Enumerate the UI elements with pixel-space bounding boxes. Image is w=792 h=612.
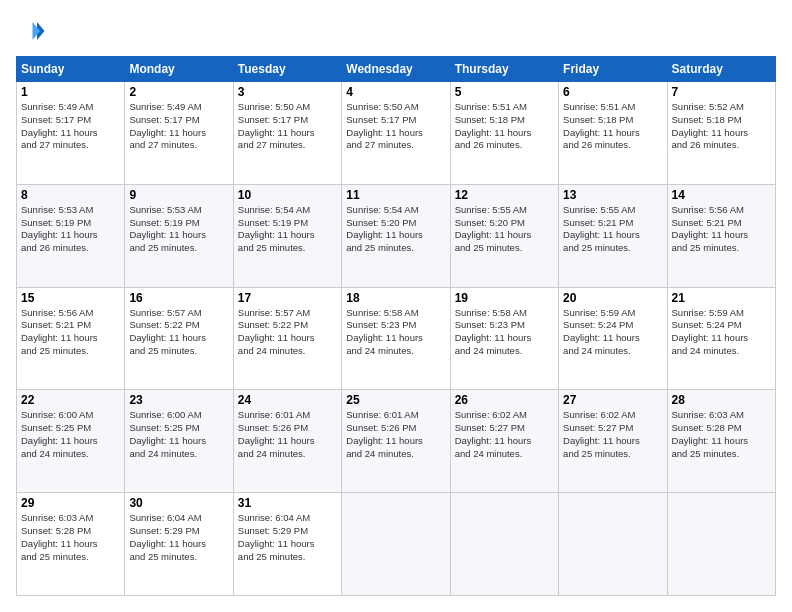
calendar-cell: 2Sunrise: 5:49 AM Sunset: 5:17 PM Daylig… (125, 82, 233, 185)
logo (16, 16, 50, 46)
calendar-cell: 29Sunrise: 6:03 AM Sunset: 5:28 PM Dayli… (17, 493, 125, 596)
day-number: 4 (346, 85, 445, 99)
calendar-cell: 3Sunrise: 5:50 AM Sunset: 5:17 PM Daylig… (233, 82, 341, 185)
calendar-cell (559, 493, 667, 596)
day-info: Sunrise: 5:58 AM Sunset: 5:23 PM Dayligh… (346, 307, 445, 358)
calendar-cell: 11Sunrise: 5:54 AM Sunset: 5:20 PM Dayli… (342, 184, 450, 287)
calendar-cell: 7Sunrise: 5:52 AM Sunset: 5:18 PM Daylig… (667, 82, 775, 185)
day-number: 13 (563, 188, 662, 202)
day-number: 14 (672, 188, 771, 202)
day-info: Sunrise: 5:51 AM Sunset: 5:18 PM Dayligh… (455, 101, 554, 152)
day-number: 11 (346, 188, 445, 202)
day-number: 15 (21, 291, 120, 305)
day-info: Sunrise: 5:53 AM Sunset: 5:19 PM Dayligh… (21, 204, 120, 255)
day-number: 7 (672, 85, 771, 99)
calendar-cell: 20Sunrise: 5:59 AM Sunset: 5:24 PM Dayli… (559, 287, 667, 390)
day-info: Sunrise: 5:58 AM Sunset: 5:23 PM Dayligh… (455, 307, 554, 358)
day-number: 6 (563, 85, 662, 99)
day-number: 25 (346, 393, 445, 407)
day-number: 18 (346, 291, 445, 305)
logo-icon (16, 16, 46, 46)
calendar-cell: 14Sunrise: 5:56 AM Sunset: 5:21 PM Dayli… (667, 184, 775, 287)
calendar-cell: 19Sunrise: 5:58 AM Sunset: 5:23 PM Dayli… (450, 287, 558, 390)
calendar-cell: 6Sunrise: 5:51 AM Sunset: 5:18 PM Daylig… (559, 82, 667, 185)
calendar-week-4: 22Sunrise: 6:00 AM Sunset: 5:25 PM Dayli… (17, 390, 776, 493)
calendar-cell: 8Sunrise: 5:53 AM Sunset: 5:19 PM Daylig… (17, 184, 125, 287)
col-header-tuesday: Tuesday (233, 57, 341, 82)
header (16, 16, 776, 46)
calendar-cell: 9Sunrise: 5:53 AM Sunset: 5:19 PM Daylig… (125, 184, 233, 287)
day-info: Sunrise: 5:50 AM Sunset: 5:17 PM Dayligh… (346, 101, 445, 152)
day-info: Sunrise: 6:00 AM Sunset: 5:25 PM Dayligh… (129, 409, 228, 460)
day-number: 1 (21, 85, 120, 99)
calendar-cell: 25Sunrise: 6:01 AM Sunset: 5:26 PM Dayli… (342, 390, 450, 493)
calendar-week-1: 1Sunrise: 5:49 AM Sunset: 5:17 PM Daylig… (17, 82, 776, 185)
day-info: Sunrise: 5:49 AM Sunset: 5:17 PM Dayligh… (21, 101, 120, 152)
day-info: Sunrise: 5:56 AM Sunset: 5:21 PM Dayligh… (672, 204, 771, 255)
calendar-cell: 23Sunrise: 6:00 AM Sunset: 5:25 PM Dayli… (125, 390, 233, 493)
col-header-saturday: Saturday (667, 57, 775, 82)
calendar-cell: 22Sunrise: 6:00 AM Sunset: 5:25 PM Dayli… (17, 390, 125, 493)
page: SundayMondayTuesdayWednesdayThursdayFrid… (0, 0, 792, 612)
day-number: 9 (129, 188, 228, 202)
day-info: Sunrise: 5:51 AM Sunset: 5:18 PM Dayligh… (563, 101, 662, 152)
day-info: Sunrise: 5:50 AM Sunset: 5:17 PM Dayligh… (238, 101, 337, 152)
day-info: Sunrise: 5:56 AM Sunset: 5:21 PM Dayligh… (21, 307, 120, 358)
calendar-cell: 4Sunrise: 5:50 AM Sunset: 5:17 PM Daylig… (342, 82, 450, 185)
day-number: 5 (455, 85, 554, 99)
day-info: Sunrise: 5:53 AM Sunset: 5:19 PM Dayligh… (129, 204, 228, 255)
calendar-week-2: 8Sunrise: 5:53 AM Sunset: 5:19 PM Daylig… (17, 184, 776, 287)
calendar-cell: 26Sunrise: 6:02 AM Sunset: 5:27 PM Dayli… (450, 390, 558, 493)
day-number: 27 (563, 393, 662, 407)
day-number: 29 (21, 496, 120, 510)
day-info: Sunrise: 5:54 AM Sunset: 5:19 PM Dayligh… (238, 204, 337, 255)
calendar-cell: 16Sunrise: 5:57 AM Sunset: 5:22 PM Dayli… (125, 287, 233, 390)
day-info: Sunrise: 6:04 AM Sunset: 5:29 PM Dayligh… (238, 512, 337, 563)
col-header-monday: Monday (125, 57, 233, 82)
day-info: Sunrise: 6:01 AM Sunset: 5:26 PM Dayligh… (346, 409, 445, 460)
day-number: 31 (238, 496, 337, 510)
day-info: Sunrise: 5:59 AM Sunset: 5:24 PM Dayligh… (563, 307, 662, 358)
day-info: Sunrise: 6:03 AM Sunset: 5:28 PM Dayligh… (672, 409, 771, 460)
calendar-cell: 21Sunrise: 5:59 AM Sunset: 5:24 PM Dayli… (667, 287, 775, 390)
day-number: 12 (455, 188, 554, 202)
calendar-cell: 28Sunrise: 6:03 AM Sunset: 5:28 PM Dayli… (667, 390, 775, 493)
day-info: Sunrise: 6:00 AM Sunset: 5:25 PM Dayligh… (21, 409, 120, 460)
day-number: 22 (21, 393, 120, 407)
calendar-cell (342, 493, 450, 596)
calendar-cell: 13Sunrise: 5:55 AM Sunset: 5:21 PM Dayli… (559, 184, 667, 287)
calendar-week-5: 29Sunrise: 6:03 AM Sunset: 5:28 PM Dayli… (17, 493, 776, 596)
day-number: 19 (455, 291, 554, 305)
day-info: Sunrise: 5:55 AM Sunset: 5:21 PM Dayligh… (563, 204, 662, 255)
calendar-cell: 10Sunrise: 5:54 AM Sunset: 5:19 PM Dayli… (233, 184, 341, 287)
day-info: Sunrise: 6:04 AM Sunset: 5:29 PM Dayligh… (129, 512, 228, 563)
day-number: 28 (672, 393, 771, 407)
col-header-sunday: Sunday (17, 57, 125, 82)
day-number: 17 (238, 291, 337, 305)
calendar-cell: 17Sunrise: 5:57 AM Sunset: 5:22 PM Dayli… (233, 287, 341, 390)
calendar-cell (667, 493, 775, 596)
day-info: Sunrise: 5:52 AM Sunset: 5:18 PM Dayligh… (672, 101, 771, 152)
calendar-table: SundayMondayTuesdayWednesdayThursdayFrid… (16, 56, 776, 596)
day-number: 8 (21, 188, 120, 202)
day-number: 10 (238, 188, 337, 202)
day-info: Sunrise: 5:57 AM Sunset: 5:22 PM Dayligh… (129, 307, 228, 358)
calendar-cell: 1Sunrise: 5:49 AM Sunset: 5:17 PM Daylig… (17, 82, 125, 185)
day-number: 3 (238, 85, 337, 99)
col-header-thursday: Thursday (450, 57, 558, 82)
day-number: 21 (672, 291, 771, 305)
calendar-cell: 31Sunrise: 6:04 AM Sunset: 5:29 PM Dayli… (233, 493, 341, 596)
day-number: 30 (129, 496, 228, 510)
calendar-cell: 27Sunrise: 6:02 AM Sunset: 5:27 PM Dayli… (559, 390, 667, 493)
day-info: Sunrise: 5:59 AM Sunset: 5:24 PM Dayligh… (672, 307, 771, 358)
col-header-friday: Friday (559, 57, 667, 82)
calendar-cell: 12Sunrise: 5:55 AM Sunset: 5:20 PM Dayli… (450, 184, 558, 287)
day-info: Sunrise: 5:54 AM Sunset: 5:20 PM Dayligh… (346, 204, 445, 255)
day-number: 20 (563, 291, 662, 305)
day-info: Sunrise: 6:02 AM Sunset: 5:27 PM Dayligh… (563, 409, 662, 460)
calendar-cell: 5Sunrise: 5:51 AM Sunset: 5:18 PM Daylig… (450, 82, 558, 185)
day-number: 24 (238, 393, 337, 407)
day-number: 23 (129, 393, 228, 407)
day-number: 26 (455, 393, 554, 407)
calendar-cell: 15Sunrise: 5:56 AM Sunset: 5:21 PM Dayli… (17, 287, 125, 390)
